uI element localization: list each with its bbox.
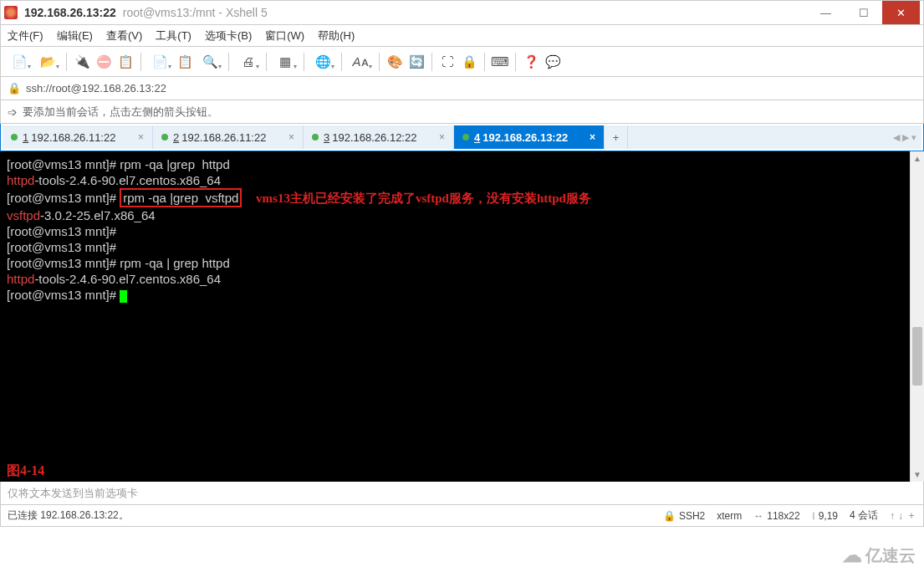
prompt: [root@vms13 mnt]# (7, 240, 120, 254)
add-tab-button[interactable]: + (605, 125, 628, 149)
close-button[interactable]: ✕ (882, 1, 920, 24)
menu-tabs[interactable]: 选项卡(B) (205, 28, 252, 43)
status-dot-icon (312, 134, 319, 140)
keyboard-button[interactable]: ⌨ (490, 52, 510, 72)
send-input-bar[interactable]: 仅将文本发送到当前选项卡 (0, 482, 924, 505)
watermark-text: 亿速云 (865, 544, 916, 567)
cloud-icon: ☁ (842, 544, 862, 567)
chat-button[interactable]: 💬 (543, 52, 563, 72)
menu-view[interactable]: 查看(V) (106, 28, 142, 43)
font-button[interactable]: Aᴀ (347, 52, 374, 72)
match: httpd (7, 272, 34, 286)
hint-text: 要添加当前会话，点击左侧的箭头按钮。 (23, 105, 218, 120)
nav-down-icon[interactable]: ↓ (898, 510, 903, 522)
highlighted-command: rpm -qa |grep vsftpd (120, 188, 242, 207)
tab-label: 192.168.26.12:22 (332, 131, 416, 144)
prompt: [root@vms13 mnt]# (7, 256, 120, 270)
cursor (120, 290, 127, 303)
encoding-button[interactable]: 🌐 (309, 52, 336, 72)
session-tab-1[interactable]: 1 192.168.26.11:22 × (3, 125, 153, 149)
output: -tools-2.4.6-90.el7.centos.x86_64 (34, 173, 221, 187)
cursor-pos: 9,19 (819, 510, 838, 522)
color-button[interactable]: 🎨 (385, 52, 405, 72)
tab-close-icon[interactable]: × (583, 131, 595, 143)
minimize-button[interactable]: ― (807, 1, 845, 24)
maximize-button[interactable]: ☐ (845, 1, 882, 24)
menu-edit[interactable]: 编辑(E) (57, 28, 93, 43)
tab-num: 1 (23, 131, 28, 144)
refresh-button[interactable]: 🔄 (406, 52, 426, 72)
output: -tools-2.4.6-90.el7.centos.x86_64 (34, 272, 221, 286)
tab-close-icon[interactable]: × (282, 131, 294, 143)
status-dot-icon (161, 134, 168, 140)
title-sub: root@vms13:/mnt - Xshell 5 (123, 6, 268, 19)
lock-button[interactable]: 🔒 (459, 52, 479, 72)
find-button[interactable]: 🔍 (197, 52, 223, 72)
terminal-output[interactable]: [root@vms13 mnt]# rpm -qa |grep httpd ht… (0, 151, 924, 482)
tab-scroll-arrows[interactable]: ◀ ▶ ▾ (888, 125, 921, 149)
menu-file[interactable]: 文件(F) (8, 28, 43, 43)
connection-status: 已连接 192.168.26.13:22。 (8, 508, 129, 523)
separator (515, 53, 516, 71)
tab-label: 192.168.26.11:22 (181, 131, 266, 144)
session-count: 4 会话 (850, 508, 878, 523)
session-tab-4[interactable]: 4 192.168.26.13:22 × (454, 125, 605, 149)
separator (304, 53, 304, 71)
menu-tools[interactable]: 工具(T) (156, 28, 191, 43)
tab-strip: 1 192.168.26.11:22 × 2 192.168.26.11:22 … (3, 125, 921, 149)
new-session-button[interactable]: 📄 (6, 52, 33, 72)
tab-num: 3 (324, 131, 329, 144)
copy-button[interactable]: 📄 (146, 52, 173, 72)
scrollbar[interactable]: ▲ ▼ (910, 151, 924, 482)
lock-icon: 🔒 (8, 82, 21, 94)
help-button[interactable]: ❓ (521, 52, 541, 72)
title-host: 192.168.26.13:22 (24, 6, 116, 19)
scroll-down-icon[interactable]: ▼ (911, 467, 924, 482)
tab-close-icon[interactable]: × (432, 131, 445, 143)
menu-window[interactable]: 窗口(W) (265, 28, 304, 43)
reconnect-button[interactable]: 🔌 (72, 52, 92, 72)
disconnect-button[interactable]: ⛔ (94, 52, 114, 72)
tab-num: 4 (474, 131, 480, 144)
title-bar: 192.168.26.13:22 root@vms13:/mnt - Xshel… (0, 0, 924, 25)
term-size: 118x22 (767, 510, 799, 522)
menu-help[interactable]: 帮助(H) (318, 28, 355, 43)
status-bar: 已连接 192.168.26.13:22。 🔒SSH2 xterm ↔118x2… (0, 505, 924, 527)
separator (228, 53, 229, 71)
watermark: ☁ 亿速云 (842, 544, 916, 567)
term-type: xterm (717, 510, 742, 522)
address-url[interactable]: ssh://root@192.168.26.13:22 (26, 82, 166, 94)
send-placeholder: 仅将文本发送到当前选项卡 (8, 486, 138, 501)
scroll-thumb[interactable] (912, 327, 922, 386)
tab-label: 192.168.26.11:22 (31, 131, 115, 144)
command: rpm -qa |grep httpd (120, 157, 229, 171)
prompt: [root@vms13 mnt]# (7, 191, 120, 205)
arrow-icon[interactable]: ➩ (8, 105, 18, 119)
separator (140, 53, 141, 71)
separator (484, 53, 485, 71)
properties-button[interactable]: 📋 (115, 52, 135, 72)
annotation: vms13主机已经安装了完成了vsftpd服务，没有安装httpd服务 (256, 192, 591, 205)
nav-add-icon[interactable]: ＋ (906, 508, 916, 523)
print-button[interactable]: 🖨 (234, 52, 261, 72)
open-button[interactable]: 📂 (34, 52, 61, 72)
separator (379, 53, 380, 71)
tab-num: 2 (173, 131, 179, 144)
tab-close-icon[interactable]: × (131, 131, 144, 143)
paste-button[interactable]: 📋 (175, 52, 195, 72)
status-dot-icon (11, 134, 18, 140)
protocol: SSH2 (679, 510, 705, 522)
nav-up-icon[interactable]: ↑ (890, 510, 895, 522)
status-dot-icon (462, 134, 469, 140)
size-icon: ↔ (753, 510, 763, 522)
session-tab-2[interactable]: 2 192.168.26.11:22 × (153, 125, 304, 149)
hint-bar: ➩ 要添加当前会话，点击左侧的箭头按钮。 (0, 100, 924, 124)
command: rpm -qa | grep httpd (120, 256, 229, 270)
fullscreen-button[interactable]: ⛶ (437, 52, 457, 72)
scroll-up-icon[interactable]: ▲ (911, 151, 924, 166)
app-icon (4, 6, 18, 19)
separator (266, 53, 267, 71)
address-bar: 🔒 ssh://root@192.168.26.13:22 (0, 77, 924, 100)
layout-button[interactable]: ▦ (272, 52, 299, 72)
session-tab-3[interactable]: 3 192.168.26.12:22 × (304, 125, 454, 149)
